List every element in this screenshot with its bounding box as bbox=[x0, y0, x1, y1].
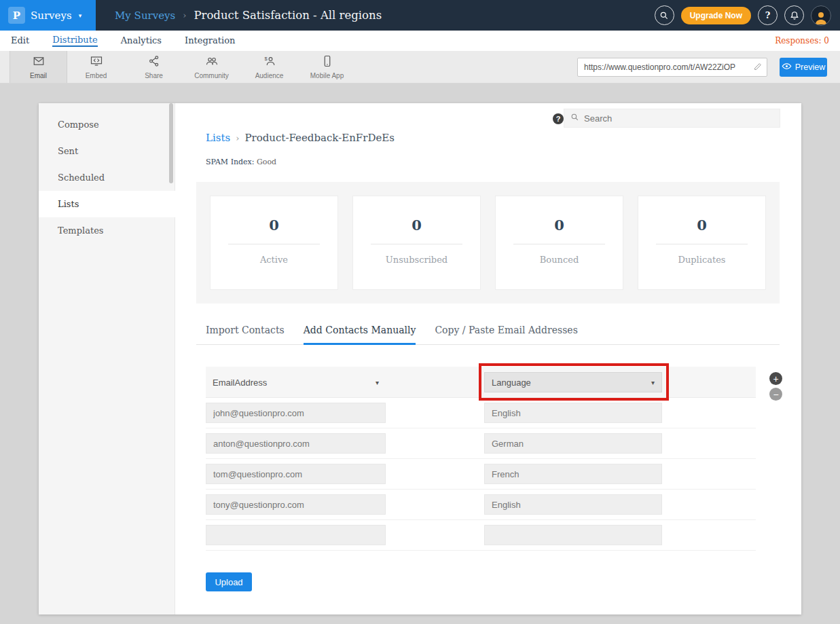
avatar[interactable] bbox=[811, 5, 831, 26]
email-envelope-icon bbox=[33, 55, 45, 70]
sidebar-item-lists[interactable]: Lists bbox=[39, 191, 175, 217]
email-field[interactable] bbox=[206, 433, 386, 454]
responses-count: Responses: 0 bbox=[775, 36, 829, 45]
selected-option: EmailAddress bbox=[213, 378, 267, 388]
help-icon[interactable]: ? bbox=[758, 5, 778, 25]
list-stats: 0 Active 0 Unsubscribed 0 Bounced 0 Dupl… bbox=[196, 182, 780, 304]
preview-label: Preview bbox=[795, 62, 825, 72]
tab-edit[interactable]: Edit bbox=[11, 35, 29, 46]
sidebar-item-compose[interactable]: Compose bbox=[39, 111, 175, 138]
selected-option: Language bbox=[492, 378, 531, 388]
search-input[interactable] bbox=[584, 113, 773, 124]
channel-label: Share bbox=[145, 72, 163, 79]
column-header-row: EmailAddress ▾ Language ▾ bbox=[206, 367, 756, 398]
email-sidebar: Compose Sent Scheduled Lists Templates bbox=[39, 103, 175, 614]
channel-community[interactable]: Community bbox=[183, 51, 240, 83]
upload-button[interactable]: Upload bbox=[206, 572, 252, 591]
language-field[interactable] bbox=[484, 464, 662, 484]
surveys-product-switcher[interactable]: P Surveys ▾ bbox=[0, 0, 96, 31]
sidebar-item-scheduled[interactable]: Scheduled bbox=[39, 164, 175, 191]
language-field[interactable] bbox=[484, 403, 662, 423]
table-row bbox=[206, 428, 756, 459]
add-row-button[interactable]: + bbox=[769, 372, 782, 385]
email-field[interactable] bbox=[206, 464, 386, 484]
channel-email[interactable]: Email bbox=[10, 51, 67, 83]
survey-url-input[interactable] bbox=[577, 58, 767, 77]
section-nav: Edit Distribute Analytics Integration Re… bbox=[0, 31, 840, 51]
stat-card-bounced[interactable]: 0 Bounced bbox=[495, 196, 623, 290]
manual-contacts-table: EmailAddress ▾ Language ▾ bbox=[206, 367, 756, 551]
channel-label: Mobile App bbox=[310, 72, 344, 79]
spam-index: SPAM Index: Good bbox=[206, 158, 276, 166]
audience-paid-panel-icon: $ bbox=[263, 55, 276, 70]
language-field[interactable] bbox=[484, 494, 662, 515]
breadcrumb-separator: › bbox=[236, 133, 239, 143]
breadcrumb: Lists›Product-Feedback-EnFrDeEs bbox=[206, 132, 395, 144]
my-surveys-link[interactable]: My Surveys bbox=[115, 10, 175, 22]
channel-embed[interactable]: Embed bbox=[67, 51, 125, 83]
table-row bbox=[206, 520, 756, 551]
stat-value: 0 bbox=[353, 217, 480, 234]
topbar-actions: Upgrade Now ? bbox=[655, 5, 840, 26]
stat-card-unsubscribed[interactable]: 0 Unsubscribed bbox=[352, 196, 481, 290]
language-field[interactable] bbox=[484, 433, 662, 454]
stat-label: Active bbox=[211, 255, 337, 265]
product-name: Surveys bbox=[31, 10, 72, 22]
sidebar-scrollbar[interactable] bbox=[169, 103, 173, 183]
chevron-down-icon: ▾ bbox=[376, 379, 379, 386]
edit-url-pencil-icon[interactable] bbox=[751, 61, 765, 73]
channel-label: Community bbox=[194, 72, 229, 79]
tab-integration[interactable]: Integration bbox=[185, 35, 235, 46]
stat-card-duplicates[interactable]: 0 Duplicates bbox=[638, 196, 766, 290]
email-field[interactable] bbox=[206, 525, 386, 545]
email-field[interactable] bbox=[206, 403, 386, 423]
stat-label: Unsubscribed bbox=[353, 255, 480, 265]
divider bbox=[656, 244, 748, 244]
stat-card-active[interactable]: 0 Active bbox=[210, 196, 338, 290]
table-row bbox=[206, 490, 756, 520]
sidebar-item-templates[interactable]: Templates bbox=[39, 217, 175, 244]
channel-label: Embed bbox=[86, 72, 107, 79]
stat-value: 0 bbox=[211, 217, 337, 234]
email-column-select[interactable]: EmailAddress ▾ bbox=[206, 372, 386, 392]
email-field[interactable] bbox=[206, 494, 386, 515]
stat-value: 0 bbox=[496, 217, 623, 234]
divider bbox=[513, 244, 605, 244]
stat-value: 0 bbox=[638, 217, 765, 234]
channel-toolbar: Email Embed Share Community $ Audience bbox=[0, 51, 840, 84]
channel-share[interactable]: Share bbox=[125, 51, 183, 83]
lists-breadcrumb-link[interactable]: Lists bbox=[206, 132, 230, 144]
language-field[interactable] bbox=[484, 525, 662, 545]
questionpro-app: P Surveys ▾ My Surveys › Product Satisfa… bbox=[0, 0, 840, 624]
remove-row-button[interactable]: − bbox=[769, 388, 782, 401]
mobile-phone-icon bbox=[321, 55, 333, 70]
divider bbox=[228, 244, 320, 244]
channel-audience[interactable]: $ Audience bbox=[240, 51, 298, 83]
chevron-down-icon: ▾ bbox=[651, 379, 655, 386]
tab-distribute[interactable]: Distribute bbox=[52, 35, 97, 47]
svg-text:$: $ bbox=[264, 55, 268, 61]
tab-import-contacts[interactable]: Import Contacts bbox=[206, 325, 285, 344]
table-row bbox=[206, 398, 756, 428]
stat-label: Bounced bbox=[496, 255, 623, 265]
notifications-bell-icon[interactable] bbox=[784, 5, 804, 25]
topbar-breadcrumb: My Surveys › Product Satisfaction - All … bbox=[115, 9, 382, 22]
spam-index-value: Good bbox=[257, 158, 276, 166]
current-list-name: Product-Feedback-EnFrDeEs bbox=[244, 132, 395, 144]
preview-button[interactable]: Preview bbox=[780, 58, 827, 77]
questionpro-logo-icon: P bbox=[8, 7, 25, 24]
sidebar-item-sent[interactable]: Sent bbox=[39, 138, 175, 164]
tab-analytics[interactable]: Analytics bbox=[121, 35, 162, 46]
search-icon[interactable] bbox=[655, 5, 674, 25]
upgrade-now-button[interactable]: Upgrade Now bbox=[681, 7, 751, 24]
search-help-icon[interactable]: ? bbox=[553, 113, 564, 124]
eye-icon bbox=[782, 61, 792, 73]
search-icon bbox=[570, 112, 579, 124]
channel-mobile-app[interactable]: Mobile App bbox=[298, 51, 356, 83]
share-icon bbox=[148, 55, 160, 70]
top-bar: P Surveys ▾ My Surveys › Product Satisfa… bbox=[0, 0, 840, 31]
tab-add-contacts-manually[interactable]: Add Contacts Manually bbox=[304, 325, 416, 345]
tab-copy-paste-email-addresses[interactable]: Copy / Paste Email Addresses bbox=[435, 325, 577, 344]
language-column-select[interactable]: Language ▾ bbox=[484, 372, 662, 392]
embed-code-icon bbox=[90, 55, 103, 70]
